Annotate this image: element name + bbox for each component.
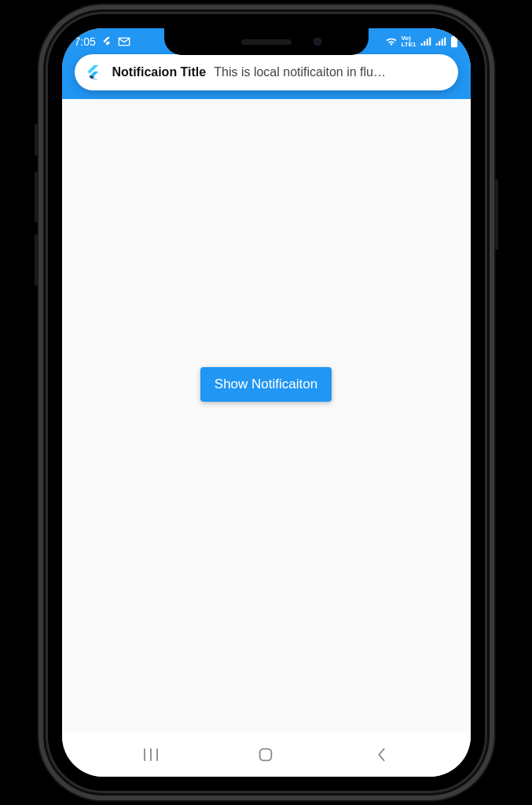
heads-up-notification[interactable]: Notificaion Title This is local notifica… [75,54,458,90]
back-button[interactable] [358,739,405,770]
svg-rect-0 [451,37,457,48]
svg-rect-1 [453,35,455,37]
flutter-icon [81,61,105,84]
signal-icon-1 [420,37,431,46]
home-button[interactable] [242,739,289,770]
recents-button[interactable] [127,739,174,770]
front-camera [314,38,321,46]
volume-up-button [35,171,39,222]
phone-frame: 7:05 Vo) LTE1 [48,14,485,791]
content-area: Show Notificaiton [62,99,471,733]
mute-switch [35,124,39,156]
status-right: Vo) LTE1 [385,35,458,48]
android-nav-bar [62,733,471,777]
power-button [494,179,498,250]
notification-title: Notificaion Title [112,65,207,79]
wifi-icon [385,37,398,46]
volume-down-button [35,234,39,285]
screen: 7:05 Vo) LTE1 [62,28,471,777]
notch [164,28,369,55]
svg-rect-2 [260,749,272,761]
flutter-debug-icon [101,36,112,47]
app-bar: T Notificaion Title This is local notifi… [62,55,471,99]
speaker-grille [241,39,292,45]
network-label: Vo) LTE1 [402,35,416,48]
status-left: 7:05 [75,35,130,48]
notification-body: This is local notificaiton in flu… [214,65,446,79]
show-notification-button[interactable]: Show Notificaiton [200,367,332,402]
gmail-icon [118,37,130,46]
signal-icon-2 [435,37,446,46]
battery-icon [450,35,458,48]
status-time: 7:05 [75,35,96,48]
